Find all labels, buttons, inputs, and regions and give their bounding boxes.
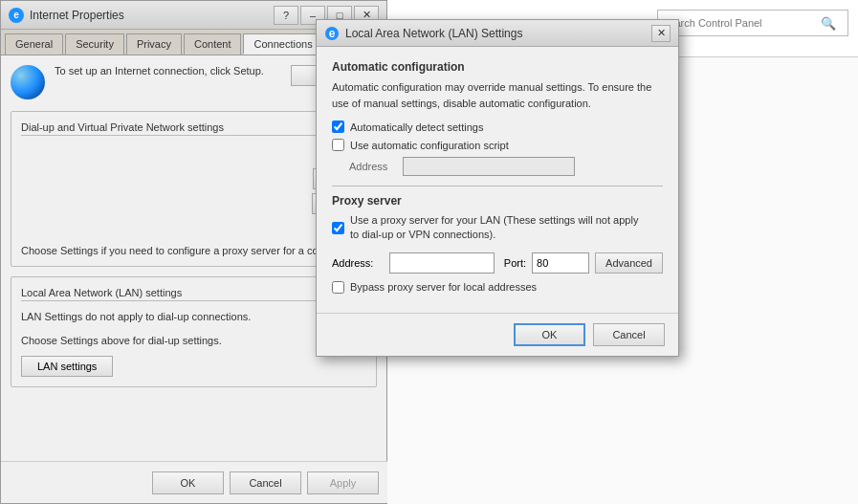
modal-ok-btn[interactable]: OK (514, 323, 585, 346)
auto-detect-label: Automatically detect settings (350, 121, 483, 133)
port-label: Port: (504, 257, 526, 269)
auto-detect-row: Automatically detect settings (332, 121, 663, 133)
auto-config-desc: Automatic configuration may override man… (332, 79, 663, 111)
proxy-title: Proxy server (332, 186, 663, 208)
modal-title-bar: e Local Area Network (LAN) Settings ✕ (317, 20, 678, 47)
bypass-label: Bypass proxy server for local addresses (350, 281, 537, 293)
proxy-use-row: Use a proxy server for your LAN (These s… (332, 213, 663, 243)
modal-cancel-btn[interactable]: Cancel (593, 323, 665, 346)
lan-settings-modal: e Local Area Network (LAN) Settings ✕ Au… (316, 19, 679, 357)
proxy-use-label: Use a proxy server for your LAN (These s… (350, 213, 647, 243)
modal-title-text: Local Area Network (LAN) Settings (345, 27, 522, 40)
address-label: Address (349, 161, 397, 172)
auto-script-row: Use automatic configuration script (332, 139, 663, 151)
proxy-addr-input[interactable] (389, 252, 495, 274)
auto-script-label: Use automatic configuration script (350, 140, 509, 151)
address-row: Address (349, 157, 663, 176)
auto-detect-checkbox[interactable] (332, 121, 344, 133)
bypass-row: Bypass proxy server for local addresses (332, 281, 663, 294)
modal-body: Automatic configuration Automatic config… (317, 47, 678, 313)
modal-overlay: e Local Area Network (LAN) Settings ✕ Au… (0, 0, 858, 504)
auto-script-checkbox[interactable] (332, 139, 344, 151)
modal-footer: OK Cancel (317, 313, 678, 356)
bypass-checkbox[interactable] (332, 281, 344, 294)
advanced-btn[interactable]: Advanced (595, 252, 663, 274)
svg-text:e: e (329, 27, 336, 40)
proxy-address-row: Address: Port: 80 Advanced (332, 252, 663, 274)
modal-close-btn[interactable]: ✕ (651, 25, 671, 42)
proxy-use-checkbox[interactable] (332, 222, 344, 234)
port-input[interactable]: 80 (532, 252, 589, 274)
address-input[interactable] (403, 157, 575, 176)
proxy-address-label: Address: (332, 257, 384, 269)
modal-icon: e (324, 26, 340, 41)
auto-config-title: Automatic configuration (332, 60, 663, 74)
